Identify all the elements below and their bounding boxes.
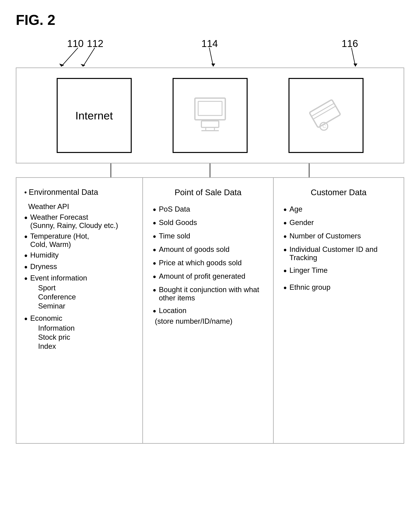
figure-label: FIG. 2 bbox=[16, 12, 404, 28]
customer-item-num-customers: •Number of Customers bbox=[284, 232, 394, 241]
pos-item-store-info: (store number/ID/name) bbox=[153, 317, 263, 326]
env-item-information: Information bbox=[24, 324, 135, 332]
pos-item-amount-goods: •Amount of goods sold bbox=[153, 245, 263, 254]
data-section: • Environmental Data Weather API • Weath… bbox=[16, 177, 404, 444]
svg-rect-10 bbox=[201, 121, 219, 127]
env-list: Weather API • Weather Forecast(Sunny, Ra… bbox=[24, 202, 135, 350]
svg-line-2 bbox=[83, 48, 95, 67]
env-item-conference: Conference bbox=[24, 293, 135, 301]
svg-rect-9 bbox=[198, 101, 222, 116]
camera-icon-box: C bbox=[288, 78, 364, 153]
env-item-economic: • Economic bbox=[24, 314, 135, 323]
pos-terminal-icon bbox=[188, 94, 232, 137]
pos-item-sold-goods: •Sold Goods bbox=[153, 218, 263, 228]
pos-item-conjunction: •Bought it conjunction with what other i… bbox=[153, 286, 263, 302]
customer-title: Customer Data bbox=[284, 188, 394, 197]
pos-item-amount-profit: •Amount of profit generated bbox=[153, 272, 263, 281]
svg-line-0 bbox=[61, 48, 78, 67]
env-item-sport: Sport bbox=[24, 284, 135, 292]
internet-box: Internet bbox=[57, 78, 132, 153]
pos-item-time-sold: •Time sold bbox=[153, 232, 263, 241]
env-item-weather-forecast: • Weather Forecast(Sunny, Rainy, Cloudy … bbox=[24, 213, 135, 230]
env-item-seminar: Seminar bbox=[24, 302, 135, 310]
svg-marker-7 bbox=[353, 64, 357, 67]
env-item-dryness: • Dryness bbox=[24, 262, 135, 272]
pos-icon-box bbox=[172, 78, 248, 153]
connector-line-left bbox=[111, 163, 111, 177]
svg-text:C: C bbox=[322, 124, 326, 129]
customer-item-individual: •Individual Customer ID and Tracking bbox=[284, 245, 394, 262]
connector-line-right bbox=[309, 163, 309, 177]
pos-list: •PoS Data •Sold Goods •Time sold •Amount… bbox=[153, 205, 263, 326]
pos-item-pos-data: •PoS Data bbox=[153, 205, 263, 214]
page-container: FIG. 2 110 112 114 116 bbox=[16, 12, 404, 444]
customer-item-gender: •Gender bbox=[284, 218, 394, 228]
svg-rect-14 bbox=[311, 103, 336, 119]
customer-item-linger: •Linger Time bbox=[284, 266, 394, 275]
camera-icon: C bbox=[304, 94, 348, 137]
connector-line-mid bbox=[210, 163, 210, 177]
pos-item-location: •Location bbox=[153, 306, 263, 316]
pos-item-price-goods: •Price at which goods sold bbox=[153, 259, 263, 268]
env-item-humidity: • Humidity bbox=[24, 251, 135, 260]
env-item-index: Index bbox=[24, 342, 135, 350]
pos-data-box: Point of Sale Data •PoS Data •Sold Goods… bbox=[143, 178, 273, 443]
env-item-event: • Event information bbox=[24, 274, 135, 283]
svg-marker-5 bbox=[211, 64, 215, 67]
environmental-data-box: • Environmental Data Weather API • Weath… bbox=[16, 178, 143, 443]
customer-data-box: Customer Data •Age •Gender •Number of Cu… bbox=[274, 178, 404, 443]
customer-item-age: •Age bbox=[284, 205, 394, 214]
arrows-svg bbox=[16, 36, 404, 67]
env-title: • Environmental Data bbox=[24, 188, 135, 197]
env-item-stock: Stock pric bbox=[24, 333, 135, 341]
customer-item-ethnic: •Ethnic group bbox=[284, 283, 394, 292]
env-item-weather-api: Weather API bbox=[24, 202, 135, 211]
customer-list: •Age •Gender •Number of Customers •Indiv… bbox=[284, 205, 394, 292]
internet-label: Internet bbox=[75, 109, 113, 122]
pos-title: Point of Sale Data bbox=[153, 188, 263, 197]
env-item-temperature: • Temperature (Hot,Cold, Warm) bbox=[24, 232, 135, 249]
